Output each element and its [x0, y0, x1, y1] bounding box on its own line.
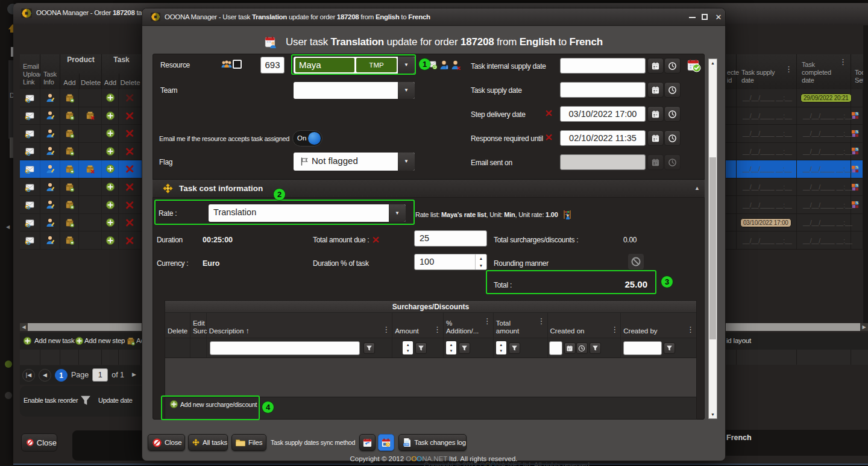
redx-icon[interactable]: [125, 93, 134, 102]
created-on-filter-button[interactable]: [590, 342, 601, 354]
internal-supply-calendar-button[interactable]: [647, 58, 664, 74]
redx-icon[interactable]: [125, 128, 134, 138]
env-icon[interactable]: [25, 146, 35, 156]
team-combo[interactable]: [294, 82, 415, 99]
surcol-amount[interactable]: Amount ⋮: [392, 313, 444, 338]
bg-task-row-right[interactable]: __/__/____ __:____/__/____ __:__: [726, 178, 863, 197]
bg-col-completed[interactable]: Taskcompleteddate ⋮: [797, 54, 851, 89]
surcol-created-on[interactable]: Created on ⋮: [548, 313, 621, 338]
bg-cell[interactable]: [119, 196, 141, 213]
bg-cell[interactable]: [102, 196, 119, 213]
bg-col-task[interactable]: Task Add Delete: [102, 54, 141, 89]
bg-cell[interactable]: [851, 196, 863, 213]
email-sent-calendar-button[interactable]: [647, 154, 664, 170]
resource-remove-icon[interactable]: [450, 60, 461, 71]
redx-icon[interactable]: [125, 236, 134, 245]
files-button[interactable]: Files: [231, 434, 266, 451]
plus-icon[interactable]: [105, 218, 115, 227]
bg-cell[interactable]: [119, 125, 141, 142]
surcol-total-menu-icon[interactable]: ⋮: [538, 316, 546, 326]
box-add-icon[interactable]: [64, 128, 75, 139]
person-icon[interactable]: [45, 218, 55, 228]
bg-cell[interactable]: __/__/____ __:__: [797, 160, 851, 178]
bg-cell[interactable]: [40, 143, 60, 160]
env-icon[interactable]: [25, 128, 35, 139]
cal-icon[interactable]: [651, 134, 660, 143]
email-sent-clock-button[interactable]: [664, 154, 681, 170]
bg-cell[interactable]: [79, 125, 102, 142]
bg-cell[interactable]: [79, 89, 102, 107]
toolmini-icon[interactable]: [851, 147, 859, 155]
surcol-created-on-menu-icon[interactable]: ⋮: [611, 325, 618, 334]
bg-cell[interactable]: [102, 214, 119, 231]
box-del-icon[interactable]: [85, 110, 95, 121]
bg-cell[interactable]: [851, 89, 863, 107]
bg-cell[interactable]: [40, 107, 60, 125]
plus-icon[interactable]: [105, 164, 115, 174]
person-icon[interactable]: [45, 235, 55, 245]
bg-cell[interactable]: __/__/____ __:__: [737, 125, 797, 142]
bg-task-row-right[interactable]: __/__/____ __:____/__/____ __:__: [726, 107, 863, 125]
flag-combo-arrow[interactable]: [398, 153, 415, 171]
bg-cell[interactable]: __/__/____ __:__: [737, 231, 797, 249]
rate-list-icon[interactable]: [562, 210, 572, 219]
bg-cell[interactable]: [79, 196, 102, 213]
flag-combo[interactable]: Not flagged: [294, 153, 415, 171]
minimize-button[interactable]: [689, 17, 696, 18]
bg-cell[interactable]: [119, 143, 141, 160]
person-icon[interactable]: [45, 146, 55, 156]
response-required-clock-button[interactable]: [664, 130, 681, 146]
created-on-calendar-button[interactable]: [564, 342, 576, 354]
box-add-icon[interactable]: [64, 200, 75, 210]
created-by-filter-button[interactable]: [664, 342, 675, 354]
resource-id-input[interactable]: 693: [260, 57, 285, 74]
bg-cell[interactable]: [102, 107, 119, 125]
bg-cell[interactable]: [79, 143, 102, 160]
step-delivery-calendar-button[interactable]: [647, 106, 664, 122]
modal-titlebar[interactable]: OOONA Manager - User task Translation up…: [142, 8, 725, 26]
bg-task-row-right[interactable]: __/__/____ __:____/__/____ __:__: [726, 196, 863, 214]
page-current-button[interactable]: 1: [55, 369, 68, 382]
page-next-button[interactable]: ▶: [128, 369, 140, 382]
grid-layout-button[interactable]: id layout: [726, 337, 751, 344]
toolmini-icon[interactable]: [851, 165, 859, 173]
bg-cell[interactable]: [20, 196, 40, 213]
redx-icon[interactable]: [125, 200, 134, 210]
sync-method-back-button[interactable]: [359, 434, 376, 451]
bg-cell[interactable]: [40, 214, 60, 231]
env-icon[interactable]: [25, 182, 35, 192]
total-filter-spinner[interactable]: ▲▼: [496, 341, 506, 354]
bg-task-row-right[interactable]: 03/10/2022 17:00__/__/____ __:__: [726, 214, 863, 232]
description-filter-input[interactable]: [210, 341, 360, 355]
bg-cell[interactable]: [20, 107, 40, 125]
bg-col-email[interactable]: EmailUploadLink: [20, 54, 40, 89]
update-date-label[interactable]: Update date: [98, 397, 133, 404]
team-combo-arrow[interactable]: [398, 82, 415, 99]
bg-cell[interactable]: __/__/____ __:__: [737, 160, 797, 178]
bg-task-row[interactable]: [20, 214, 142, 232]
bg-cell[interactable]: [102, 178, 119, 196]
plus-icon[interactable]: [105, 128, 115, 138]
bg-cell[interactable]: [60, 231, 79, 249]
clock-icon[interactable]: [668, 134, 677, 143]
bg-cell[interactable]: 29/09/2022 20:21: [797, 89, 851, 107]
box-add-icon[interactable]: [64, 110, 75, 121]
page-prev-button[interactable]: ◀: [39, 369, 51, 382]
plus-icon[interactable]: [105, 146, 115, 156]
surcol-total[interactable]: Totalamount ⋮: [494, 313, 548, 338]
bg-cell[interactable]: [60, 196, 79, 213]
plus-icon[interactable]: [105, 236, 115, 245]
bg-filter-cell[interactable]: [79, 350, 102, 365]
surcol-pct-menu-icon[interactable]: ⋮: [483, 316, 491, 326]
bg-cell[interactable]: [20, 89, 40, 107]
bg-cell[interactable]: [60, 107, 79, 125]
bg-cell[interactable]: [102, 125, 119, 142]
bg-cell[interactable]: [40, 125, 60, 142]
bg-cell[interactable]: [119, 89, 141, 107]
step-delivery-clock-button[interactable]: [664, 106, 681, 122]
bg-cell[interactable]: [40, 89, 60, 107]
surcol-description-menu-icon[interactable]: ⋮: [382, 325, 390, 334]
modal-close-button[interactable]: Close: [148, 434, 185, 451]
bg-cell[interactable]: [726, 178, 737, 196]
toolmini-icon[interactable]: [851, 112, 859, 119]
